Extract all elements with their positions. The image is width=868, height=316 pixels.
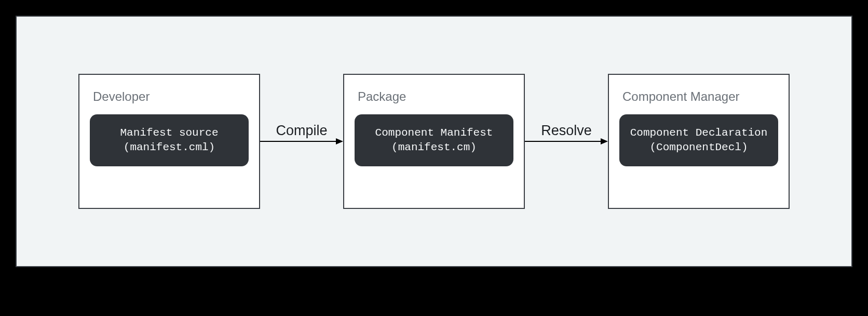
stage-title: Component Manager xyxy=(619,89,778,104)
stage-component-manager: Component Manager Component Declaration … xyxy=(608,74,790,209)
diagram-canvas: Developer Manifest source (manifest.cml)… xyxy=(16,16,852,267)
svg-marker-3 xyxy=(601,138,608,144)
pill-line1: Component Manifest xyxy=(361,126,507,140)
connector-compile: Compile xyxy=(260,136,343,147)
stage-title: Package xyxy=(355,89,513,104)
stage-title: Developer xyxy=(90,89,249,104)
connector-label: Compile xyxy=(276,123,327,139)
stage-pill-component-declaration: Component Declaration (ComponentDecl) xyxy=(619,114,778,166)
stage-developer: Developer Manifest source (manifest.cml) xyxy=(78,74,260,209)
connector-label: Resolve xyxy=(541,123,592,139)
connector-resolve: Resolve xyxy=(525,136,608,147)
pill-line1: Component Declaration xyxy=(626,126,772,140)
stage-package: Package Component Manifest (manifest.cm) xyxy=(343,74,525,209)
pill-line2: (ComponentDecl) xyxy=(626,140,772,155)
pill-line1: Manifest source xyxy=(96,126,242,140)
pill-line2: (manifest.cm) xyxy=(361,140,507,155)
svg-marker-1 xyxy=(336,138,343,144)
stage-pill-component-manifest: Component Manifest (manifest.cm) xyxy=(355,114,513,166)
stage-pill-manifest-source: Manifest source (manifest.cml) xyxy=(90,114,249,166)
pill-line2: (manifest.cml) xyxy=(96,140,242,155)
